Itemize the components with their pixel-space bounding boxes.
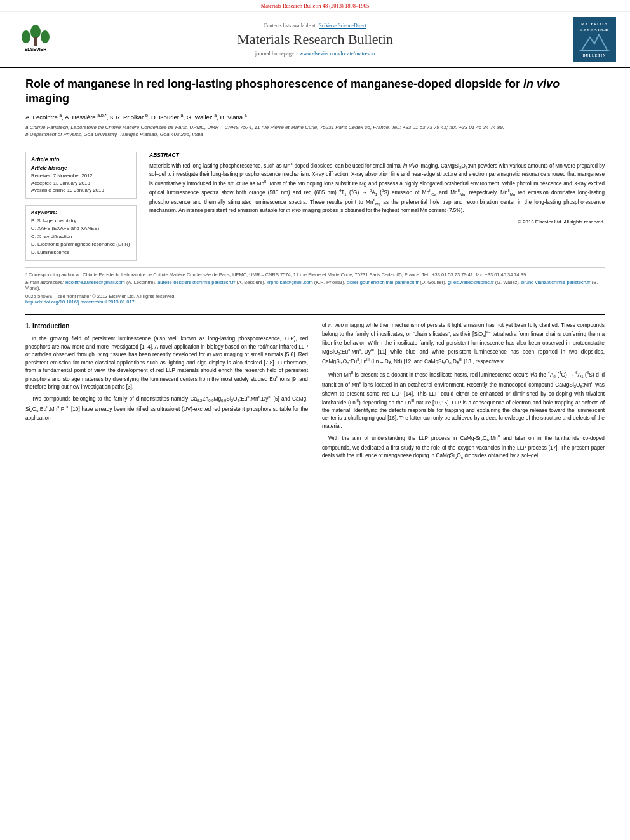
accepted-text: Accepted 13 January 2013 (31, 180, 131, 187)
journal-citation-ribbon: Materials Research Bulletin 48 (2013) 18… (0, 0, 630, 12)
keywords-text: B. Sol–gel chemistry C. XAFS (EXAFS and … (31, 217, 131, 257)
homepage-url[interactable]: www.elsevier.com/locate/matresbu (299, 50, 375, 57)
footer-doi: http://dx.doi.org/10.1016/j.materresbull… (25, 299, 605, 305)
sciverse-link[interactable]: SciVerse ScienceDirect (319, 23, 366, 29)
email-1[interactable]: lecointre.aurelie@gmail.com (65, 279, 125, 285)
author-text: A. Lecointre a, A. Bessière a,b,*, K.R. … (25, 114, 247, 121)
affiliation-b: b Department of Physics, Goa University,… (25, 131, 605, 137)
svg-text:ELSEVIER: ELSEVIER (25, 47, 47, 51)
mrb-logo-icon: MATERIALS RESEARCH BULLETIN (573, 17, 616, 62)
paper-content: Role of manganese in red long-lasting ph… (0, 68, 630, 474)
keyword-2: C. XAFS (EXAFS and XANES) (31, 225, 131, 232)
sciverse-line: Contents lists available at SciVerse Sci… (61, 23, 569, 29)
elsevier-logo-icon: ELSEVIER (13, 24, 58, 55)
journal-citation-text: Materials Research Bulletin 48 (2013) 18… (261, 3, 370, 9)
footer-info: * Corresponding author at: Chimie Parist… (25, 267, 605, 305)
abstract-title: ABSTRACT (149, 152, 605, 158)
email-4[interactable]: didier-gourier@chimie-paristech.fr (347, 279, 419, 285)
footer-issn: 0025-5408/$ – see front matter © 2013 El… (25, 293, 605, 299)
mrb-logo-research: RESEARCH (580, 27, 610, 32)
svg-point-3 (41, 30, 50, 43)
issn-text: 0025-5408/$ – see front matter © 2013 El… (25, 293, 176, 299)
affiliation-a: a Chimie Paristech, Laboratoire de Chimi… (25, 124, 605, 130)
footnote-star: * Corresponding author at: Chimie Parist… (25, 272, 605, 277)
body-col-right: of in vivo imaging while their mechanism… (322, 321, 605, 464)
email-line: E-mail addresses: lecointre.aurelie@gmai… (25, 279, 605, 291)
journal-title: Materials Research Bulletin (61, 31, 569, 48)
available-text: Available online 19 January 2013 (31, 187, 131, 194)
body-para-4: When MnII is present as a dopant in thes… (322, 370, 605, 430)
body-section: 1. Introduction In the growing field of … (25, 314, 605, 464)
svg-rect-4 (34, 37, 37, 46)
journal-header-center: Contents lists available at SciVerse Sci… (61, 23, 569, 57)
authors-line: A. Lecointre a, A. Bessière a,b,*, K.R. … (25, 113, 605, 121)
body-para-5: With the aim of understanding the LLP pr… (322, 434, 605, 461)
keywords-title: Keywords: (31, 210, 131, 215)
keyword-4: D. Electronic paramagnetic resonance (EP… (31, 241, 131, 248)
article-title: Role of manganese in red long-lasting ph… (25, 77, 605, 107)
body-para-3: of in vivo imaging while their mechanism… (322, 321, 605, 366)
keyword-3: C. X-ray diffraction (31, 233, 131, 241)
article-info-title: Article info (31, 156, 131, 163)
keyword-5: D. Luminescence (31, 249, 131, 257)
abstract-text: Materials with red long-lasting phosphor… (149, 161, 605, 215)
section-1-heading: 1. Introduction (25, 321, 308, 331)
doi-link[interactable]: http://dx.doi.org/10.1016/j.materresbull… (25, 299, 135, 305)
svg-point-1 (30, 25, 41, 39)
body-two-col: 1. Introduction In the growing field of … (25, 321, 605, 464)
article-info-abstract-section: Article info Article history: Received 7… (25, 145, 605, 261)
elsevier-logo-area: ELSEVIER (10, 24, 61, 55)
journal-header: ELSEVIER Contents lists available at Sci… (0, 12, 630, 68)
body-col-left: 1. Introduction In the growing field of … (25, 321, 308, 464)
keyword-1: B. Sol–gel chemistry (31, 217, 131, 225)
body-para-2: Two compounds belonging to the family of… (25, 394, 308, 422)
article-history-label: Article history: (31, 165, 131, 171)
email-3[interactable]: krpriolkar@gmail.com (267, 279, 313, 285)
email-6[interactable]: bruno-viana@chimie-paristech.fr (521, 279, 591, 285)
mrb-logo-bottom: BULLETIN (583, 53, 606, 57)
copyright-text: © 2013 Elsevier Ltd. All rights reserved… (149, 219, 605, 225)
homepage-label: journal homepage: (255, 50, 296, 57)
article-info-column: Article info Article history: Received 7… (25, 152, 137, 261)
sciverse-intro-text: Contents lists available at (264, 23, 316, 29)
body-para-1: In the growing field of persistent lumin… (25, 335, 308, 390)
email-2[interactable]: aurelie-bessiere@chimie-paristech.fr (158, 279, 235, 285)
mrb-logo-main (579, 32, 610, 53)
keywords-box: Keywords: B. Sol–gel chemistry C. XAFS (… (25, 205, 137, 261)
affiliations: a Chimie Paristech, Laboratoire de Chimi… (25, 124, 605, 137)
svg-point-2 (22, 30, 30, 43)
article-info-box: Article info Article history: Received 7… (25, 152, 137, 199)
article-title-text: Role of manganese in red long-lasting ph… (25, 77, 560, 105)
email-5[interactable]: gilles.wallez@upmc.fr (448, 279, 494, 285)
abstract-column: ABSTRACT Materials with red long-lasting… (149, 152, 605, 261)
mrb-logo-area: MATERIALS RESEARCH BULLETIN (569, 17, 620, 62)
received-text: Received 7 November 2012 (31, 172, 131, 180)
mrb-logo-top: MATERIALS (581, 22, 608, 26)
journal-homepage: journal homepage: www.elsevier.com/locat… (61, 50, 569, 57)
